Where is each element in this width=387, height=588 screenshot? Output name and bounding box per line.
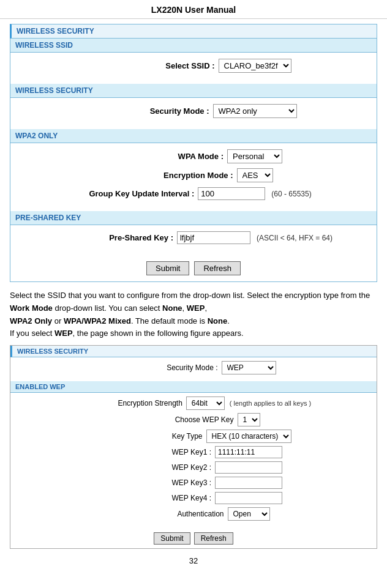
page-number: 32: [10, 556, 377, 565]
ssid-select[interactable]: CLARO_be3f2f: [219, 59, 291, 73]
select-ssid-row: Select SSID : CLARO_be3f2f: [10, 59, 377, 73]
wpa2-only-bold: WPA2 Only: [10, 316, 52, 326]
choose-wep-key-select[interactable]: 1 2 3 4: [238, 413, 260, 426]
group-key-hint: (60 - 65535): [271, 190, 311, 198]
authentication-row: Authentication Open Shared: [10, 507, 377, 521]
wep-key4-input[interactable]: [215, 492, 282, 504]
encryption-strength-select[interactable]: 64bit 128bit: [186, 396, 225, 410]
encryption-strength-hint: ( length applies to all keys ): [230, 400, 311, 407]
wep-key2-label: WEP Key2 :: [105, 463, 215, 472]
wep-refresh-button[interactable]: Refresh: [194, 532, 233, 545]
security-mode-row: Security Mode : WPA2 only None WEP WPA o…: [10, 104, 377, 118]
enabled-wep-header: ENABLED WEP: [10, 381, 377, 393]
select-ssid-label: Select SSID :: [96, 61, 219, 70]
choose-wep-key-label: Choose WEP Key: [127, 415, 238, 424]
wep-key3-input[interactable]: [215, 477, 282, 489]
wpa2-only-header: WPA2 ONLY: [10, 129, 377, 143]
submit-button[interactable]: Submit: [146, 261, 189, 275]
encryption-strength-label: Encryption Strength: [76, 399, 186, 408]
wep-key1-input[interactable]: [215, 446, 282, 458]
psk-input[interactable]: [177, 231, 250, 244]
encryption-mode-label: Encryption Mode :: [115, 171, 237, 180]
none-bold: None: [162, 303, 182, 313]
wireless-security-sub-header: WIRELESS SECURITY: [10, 84, 377, 98]
wireless-security-section: WIRELESS SECURITY WIRELESS SSID Select S…: [10, 24, 377, 282]
encryption-mode-row: Encryption Mode : AES TKIP: [10, 168, 377, 182]
wep-bold: WEP: [187, 303, 205, 313]
wep-key4-label: WEP Key4 :: [105, 494, 215, 502]
desc-line1: Select the SSID that you want to configu…: [10, 291, 370, 326]
key-type-label: Key Type: [96, 432, 206, 441]
wep-key2-row: WEP Key2 :: [10, 461, 377, 474]
wep-button-row: Submit Refresh: [10, 532, 377, 545]
wep-key3-label: WEP Key3 :: [105, 478, 215, 487]
wep-security-mode-select[interactable]: WEP None WPA2 only: [222, 361, 276, 374]
encryption-strength-row: Encryption Strength 64bit 128bit ( lengt…: [10, 396, 377, 410]
wep-screenshot: WIRELESS SECURITY Security Mode : WEP No…: [10, 345, 377, 549]
psk-hint: (ASCII < 64, HFX = 64): [257, 234, 333, 242]
group-key-label: Group Key Update Interval :: [75, 189, 198, 198]
work-mode-bold: Work Mode: [10, 303, 53, 313]
description-block: Select the SSID that you want to configu…: [10, 289, 377, 340]
wireless-security-header: WIRELESS SECURITY: [10, 24, 377, 39]
wpa-mode-select[interactable]: Personal Enterprise: [227, 149, 282, 163]
wep2-bold: WEP: [54, 329, 73, 338]
authentication-select[interactable]: Open Shared: [228, 507, 270, 521]
refresh-button[interactable]: Refresh: [194, 261, 241, 275]
authentication-label: Authentication: [118, 510, 228, 518]
key-type-select[interactable]: HEX (10 characters) ASCII: [206, 430, 291, 443]
key-type-row: Key Type HEX (10 characters) ASCII: [10, 430, 377, 443]
wireless-ssid-header: WIRELESS SSID: [10, 39, 377, 53]
wep-security-mode-label: Security Mode :: [111, 363, 222, 372]
wep-key2-input[interactable]: [215, 461, 282, 474]
pre-shared-key-header: PRE-SHARED KEY: [10, 211, 377, 225]
wpa-mode-row: WPA Mode : Personal Enterprise: [10, 149, 377, 163]
none2-bold: None: [208, 316, 228, 326]
security-mode-select[interactable]: WPA2 only None WEP WPA only WPA/WPA2 Mix…: [213, 104, 297, 118]
wep-wireless-security-header: WIRELESS SECURITY: [10, 346, 377, 357]
psk-label: Pre-Shared Key :: [54, 233, 177, 242]
wep-key1-label: WEP Key1 :: [105, 448, 215, 456]
wep-key4-row: WEP Key4 :: [10, 492, 377, 504]
top-button-row: Submit Refresh: [10, 261, 377, 275]
group-key-input[interactable]: [198, 187, 265, 200]
page-title: LX220N User Manual: [0, 0, 387, 19]
choose-wep-key-row: Choose WEP Key 1 2 3 4: [10, 413, 377, 426]
wep-security-mode-row: Security Mode : WEP None WPA2 only: [10, 361, 377, 374]
wpa-mixed-bold: WPA/WPA2 Mixed: [64, 316, 131, 326]
wep-key1-row: WEP Key1 :: [10, 446, 377, 458]
psk-row: Pre-Shared Key : (ASCII < 64, HFX = 64): [10, 231, 377, 244]
wep-key3-row: WEP Key3 :: [10, 477, 377, 489]
security-mode-label: Security Mode :: [91, 106, 213, 116]
wep-submit-button[interactable]: Submit: [154, 532, 190, 545]
group-key-row: Group Key Update Interval : (60 - 65535): [10, 187, 377, 200]
encryption-mode-select[interactable]: AES TKIP: [237, 168, 273, 182]
select-ssid-control: CLARO_be3f2f: [219, 59, 291, 73]
wpa-mode-label: WPA Mode :: [105, 152, 227, 161]
desc-line2: If you select WEP, the page shown in the…: [10, 329, 244, 338]
